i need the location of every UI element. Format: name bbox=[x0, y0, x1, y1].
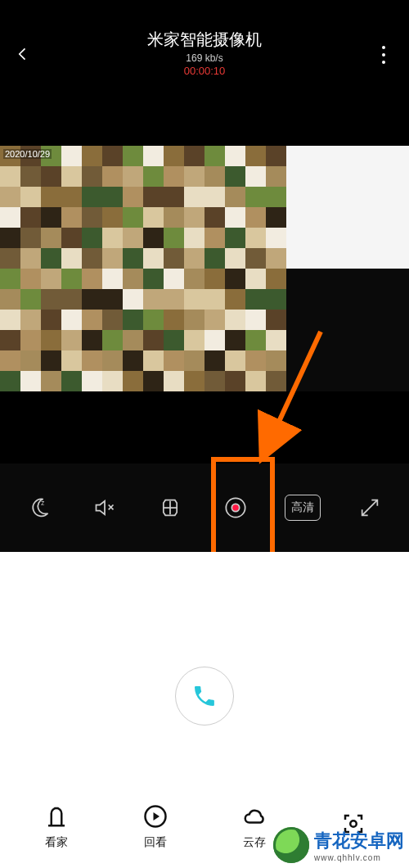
svg-point-5 bbox=[350, 821, 357, 827]
quality-button[interactable]: 高清 bbox=[285, 495, 321, 521]
snapshot-button[interactable] bbox=[154, 491, 187, 524]
app-header: 米家智能摄像机 169 kb/s 00:00:10 bbox=[0, 23, 409, 82]
nav-playback[interactable]: 回看 bbox=[143, 804, 168, 850]
svg-point-2 bbox=[231, 504, 239, 511]
nav-label: 看家 bbox=[45, 835, 68, 850]
video-top-bar bbox=[0, 82, 409, 146]
nav-home[interactable]: 看家 bbox=[44, 804, 69, 850]
call-button[interactable] bbox=[175, 667, 234, 726]
page-title: 米家智能摄像机 bbox=[147, 29, 262, 51]
bottom-nav: 看家 回看 云存 bbox=[0, 794, 409, 868]
sleep-button[interactable]: z bbox=[23, 491, 56, 524]
video-timestamp: 2020/10/29 bbox=[3, 149, 52, 159]
nav-cloud[interactable]: 云存 bbox=[242, 804, 267, 850]
nav-scan[interactable] bbox=[341, 811, 366, 843]
video-toolbar: z 高清 bbox=[0, 463, 409, 552]
back-button[interactable] bbox=[15, 46, 31, 62]
nav-label: 云存 bbox=[243, 835, 266, 850]
nav-label: 回看 bbox=[144, 835, 167, 850]
record-timer: 00:00:10 bbox=[184, 65, 226, 77]
more-button[interactable] bbox=[376, 46, 391, 64]
video-bottom-bar bbox=[0, 391, 409, 463]
record-button[interactable] bbox=[219, 491, 252, 524]
mute-button[interactable] bbox=[88, 491, 121, 524]
video-view[interactable]: 2020/10/29 bbox=[0, 146, 409, 391]
fullscreen-button[interactable] bbox=[353, 491, 386, 524]
lower-panel: 看家 回看 云存 bbox=[0, 552, 409, 868]
bitrate-label: 169 kb/s bbox=[186, 52, 222, 64]
svg-text:z: z bbox=[41, 500, 44, 507]
status-bar bbox=[0, 0, 409, 23]
